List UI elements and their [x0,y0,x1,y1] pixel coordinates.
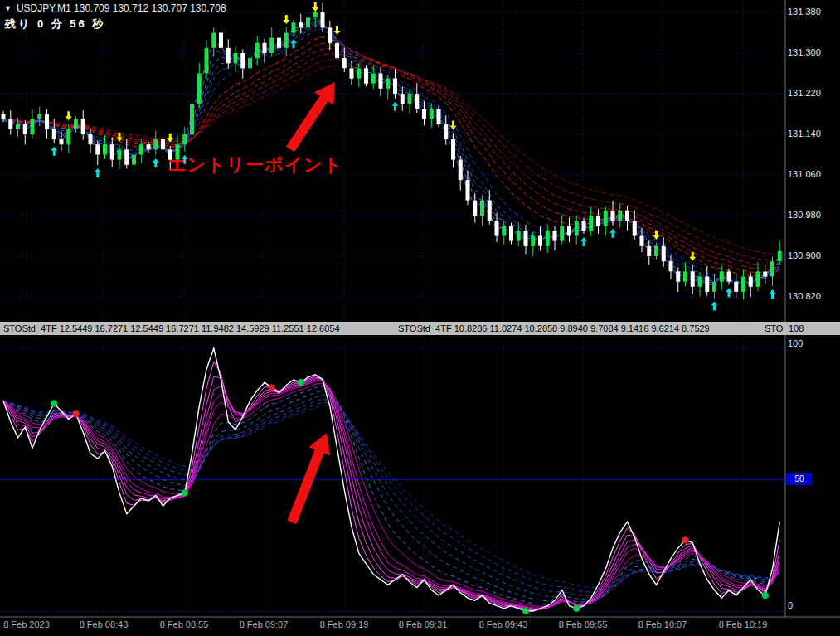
entry-point-label: エントリーポイント [168,153,342,177]
indicator-separator-strip[interactable]: STOStd_4TF 12.5449 16.7271 12.5449 16.72… [0,322,840,335]
sto-level50-tag: 50 [786,473,813,485]
price-scale-label: 130.900 [788,250,821,260]
time-axis-label: 8 Feb 09:31 [399,619,448,629]
time-axis-label: 8 Feb 2023 [3,619,50,629]
chart-canvas[interactable] [0,0,840,636]
time-axis-label: 8 Feb 09:55 [559,619,608,629]
indicator-scale-max: 108 [789,322,804,335]
sto-scale-0: 0 [788,600,793,610]
indicator-values-1: STOStd_4TF 12.5449 16.7271 12.5449 16.72… [3,322,340,335]
countdown-timer: 残り 0 分 56 秒 [5,17,105,32]
time-axis: 8 Feb 20238 Feb 08:438 Feb 08:558 Feb 09… [0,619,840,634]
price-scale-label: 130.980 [788,210,821,220]
chart-marker-icon: ▼ [4,4,12,12]
price-scale-label: 131.380 [788,7,821,17]
indicator-values-2: STOStd_4TF 10.8286 11.0274 10.2058 9.894… [398,322,710,335]
time-axis-label: 8 Feb 10:07 [638,619,687,629]
time-axis-label: 8 Feb 09:19 [320,619,369,629]
symbol-ohlc-bar: ▼ USDJPY,M1 130.709 130.712 130.707 130.… [4,2,226,14]
price-scale-label: 130.820 [788,291,821,301]
time-axis-label: 8 Feb 09:43 [479,619,528,629]
price-scale-label: 131.300 [788,47,821,57]
price-scale-label: 131.060 [788,169,821,179]
price-scale-label: 131.140 [788,129,821,138]
time-axis-label: 8 Feb 08:43 [80,619,129,629]
price-scale-label: 131.220 [788,88,821,98]
time-axis-label: 8 Feb 08:55 [160,619,209,629]
price-scale: 131.380131.300131.220131.140131.060130.9… [788,0,839,322]
mt4-chart-window: ▼ USDJPY,M1 130.709 130.712 130.707 130.… [0,0,840,636]
sto-scale-100: 100 [788,338,803,348]
indicator-values-cut: STO [765,322,783,335]
time-axis-label: 8 Feb 09:07 [240,619,289,629]
time-axis-label: 8 Feb 10:19 [719,619,768,629]
symbol-ohlc-text: USDJPY,M1 130.709 130.712 130.707 130.70… [17,2,226,14]
